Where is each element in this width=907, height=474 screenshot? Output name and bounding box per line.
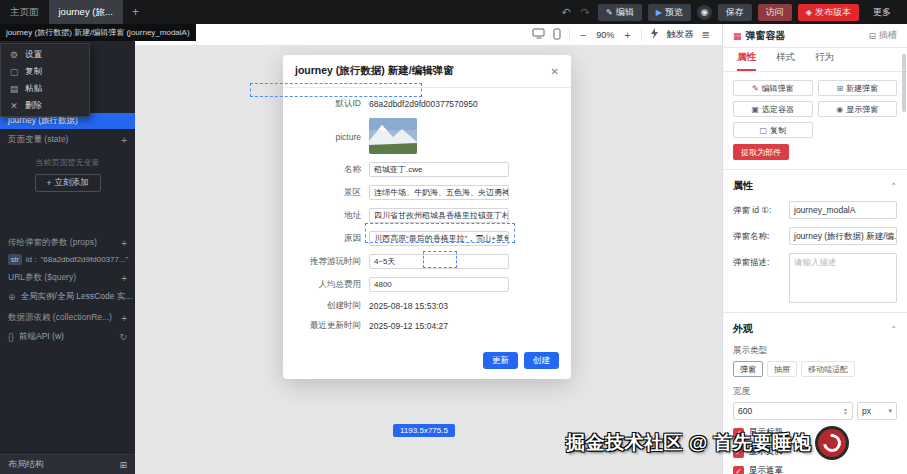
address-input[interactable]: 四川省甘孜州稻城县香格里拉镇亚丁村 (369, 208, 509, 223)
right-panel-header: ▦弹窗容器 ⊟插槽 (723, 24, 907, 48)
layout-structure-bar[interactable]: 布局结构 ⊞ (0, 454, 135, 474)
form-row-reason: 原因 川西高原“最后的香格里拉”，雪山+草甸 (297, 231, 557, 246)
outline-icon[interactable]: ≣ (702, 29, 710, 40)
right-panel-body: ✎编辑弹窗 ⊞新建弹窗 ▣选定容器 ◉显示弹窗 ▢复制 提取为部件 属性 ⌃ 弹… (723, 72, 907, 474)
context-menu-paste[interactable]: ▤粘贴 (1, 80, 89, 97)
redo-icon[interactable]: ↷ (579, 6, 592, 19)
name-input[interactable]: 稻城亚丁.cwe (369, 162, 509, 177)
tab-behavior[interactable]: 行为 (815, 51, 834, 71)
refresh-icon[interactable]: ↻ (119, 332, 127, 342)
save-button[interactable]: 保存 (718, 4, 752, 21)
width-input[interactable]: 600 ▲▼ (733, 402, 853, 420)
top-bar: 主页面 journey (旅... + ↶ ↷ ✎编辑 ▶预览 ◉ 保存 访问 … (0, 0, 907, 24)
context-menu-settings[interactable]: ⚙设置 (1, 46, 89, 63)
tab-home[interactable]: 主页面 (0, 0, 49, 24)
datasource-section-header[interactable]: 数据源依赖 (collectionRe...) + (0, 307, 135, 327)
top-actions: ↶ ↷ ✎编辑 ▶预览 ◉ 保存 访问 ◈发布版本 更多 (560, 4, 907, 21)
picture-thumbnail[interactable] (369, 118, 417, 154)
trigger-icon[interactable] (650, 28, 659, 41)
context-menu-delete[interactable]: ✕删除 (1, 97, 89, 114)
preview-button[interactable]: ▶预览 (648, 4, 691, 21)
divider (569, 29, 570, 41)
tab-attributes[interactable]: 属性 (737, 51, 756, 71)
zoom-in-button[interactable]: + (622, 29, 632, 41)
mobile-view-icon[interactable] (553, 28, 561, 42)
form-row-picture: picture (297, 118, 557, 154)
trigger-label[interactable]: 触发器 (667, 28, 694, 41)
reason-input[interactable]: 川西高原“最后的香格里拉”，雪山+草甸 (369, 231, 509, 246)
cost-input[interactable]: 4800 (369, 277, 509, 292)
display-type-drawer[interactable]: 抽屉 (767, 361, 797, 377)
tab-journey[interactable]: journey (旅... (49, 0, 123, 24)
update-button[interactable]: 更新 (483, 352, 518, 369)
attributes-section-header[interactable]: 属性 ⌃ (733, 179, 897, 193)
modal-desc-textarea[interactable]: 请输入描述 (789, 253, 897, 303)
modal-name-input[interactable]: journey (旅行数据) 新建/编... (789, 227, 897, 245)
show-mask-checkbox[interactable]: ✓ (733, 466, 744, 474)
zoom-out-button[interactable]: − (578, 29, 588, 41)
more-button[interactable]: 更多 (865, 4, 899, 21)
duration-input[interactable]: 4~5天 (369, 254, 509, 269)
panel-toggle-icon[interactable]: ⊞ (119, 460, 127, 470)
select-container-button[interactable]: ▣选定容器 (733, 101, 813, 117)
pencil-icon: ✎ (752, 84, 759, 93)
divider (723, 312, 907, 313)
add-query-icon[interactable]: + (121, 273, 127, 284)
modal-desc-row: 弹窗描述: 请输入描述 (733, 253, 897, 303)
state-empty-text: 当前页面暂无变量 (0, 157, 135, 168)
modal-title: journey (旅行数据) 新建/编辑弹窗 (295, 64, 454, 78)
copy-icon: ▢ (9, 67, 19, 77)
chevron-up-icon: ⌃ (890, 182, 897, 191)
extract-component-button[interactable]: 提取为部件 (733, 144, 789, 160)
paste-icon: ▤ (9, 84, 19, 94)
frontend-api-item[interactable]: {} 前端API (w) ↻ (0, 327, 135, 347)
undo-icon[interactable]: ↶ (560, 6, 573, 19)
show-modal-button[interactable]: ◉显示弹窗 (818, 101, 898, 117)
width-unit-select[interactable]: px ▾ (857, 402, 897, 420)
canvas[interactable]: journey (旅行数据) 新建/编辑弹窗 ✕ 默认ID 68a2dbdf2d… (135, 46, 722, 474)
scenic-input[interactable]: 连绵牛场、牛奶海、五色海、央迈勇神山 (369, 185, 509, 200)
canvas-size-badge: 1193.5x775.5 (393, 424, 455, 437)
trash-icon: ✕ (9, 101, 19, 111)
display-type-modal[interactable]: 弹窗 (733, 361, 763, 377)
api-icon: {} (8, 332, 14, 342)
global-instance-item[interactable]: ⊕ 全局实例/全局 LessCode 实... (0, 287, 135, 307)
modal-header: journey (旅行数据) 新建/编辑弹窗 ✕ (283, 55, 571, 88)
state-section-header[interactable]: 页面变量 (state) + (0, 129, 135, 149)
display-type-mobile[interactable]: 移动端适配 (801, 361, 855, 377)
globe-icon: ⊕ (8, 292, 16, 302)
quick-actions: ✎编辑弹窗 ⊞新建弹窗 ▣选定容器 ◉显示弹窗 ▢复制 (733, 80, 897, 138)
new-modal-button[interactable]: ⊞新建弹窗 (818, 80, 898, 96)
query-section-header[interactable]: URL参数 ($query) + (0, 267, 135, 287)
width-label: 宽度 (733, 386, 897, 398)
edit-modal-button[interactable]: ✎编辑弹窗 (733, 80, 813, 96)
updated-time-value: 2025-09-12 15:04:27 (369, 321, 448, 331)
close-icon[interactable]: ✕ (551, 66, 559, 77)
add-variable-button[interactable]: +立刻添加 (35, 174, 101, 192)
slot-link[interactable]: ⊟插槽 (868, 29, 897, 42)
add-state-icon[interactable]: + (121, 135, 127, 146)
prop-item-id[interactable]: str id : "68a2dbdf2d9fd00377..." (0, 252, 135, 267)
add-prop-icon[interactable]: + (121, 238, 127, 249)
copy-button[interactable]: ▢复制 (733, 122, 813, 138)
copy-icon: ▢ (759, 126, 767, 135)
create-button[interactable]: 创建 (524, 352, 559, 369)
desktop-view-icon[interactable] (532, 28, 545, 41)
add-datasource-icon[interactable]: + (121, 313, 127, 324)
stepper-icons[interactable]: ▲▼ (843, 407, 848, 415)
visit-button[interactable]: 访问 (758, 4, 792, 21)
publish-button[interactable]: ◈发布版本 (798, 4, 859, 21)
context-menu-copy[interactable]: ▢复制 (1, 63, 89, 80)
tab-style[interactable]: 样式 (776, 51, 795, 71)
edit-mode-button[interactable]: ✎编辑 (598, 4, 642, 21)
add-tab-button[interactable]: + (123, 5, 148, 19)
form-row-scenic: 景区 连绵牛场、牛奶海、五色海、央迈勇神山 (297, 185, 557, 200)
right-panel-tabs: 属性 样式 行为 (723, 48, 907, 72)
props-section-header[interactable]: 传给弹窗的参数 (props) + (0, 232, 135, 252)
right-panel: ▦弹窗容器 ⊟插槽 属性 样式 行为 ✎编辑弹窗 ⊞新建弹窗 ▣选定容器 ◉显示… (722, 24, 907, 474)
appearance-section-header[interactable]: 外观 ⌃ (733, 322, 897, 336)
scrollbar[interactable] (902, 54, 906, 112)
modal-id-input[interactable]: journey_modalA (789, 201, 897, 219)
record-button[interactable]: ◉ (697, 5, 712, 20)
watermark-logo-icon (818, 429, 846, 457)
